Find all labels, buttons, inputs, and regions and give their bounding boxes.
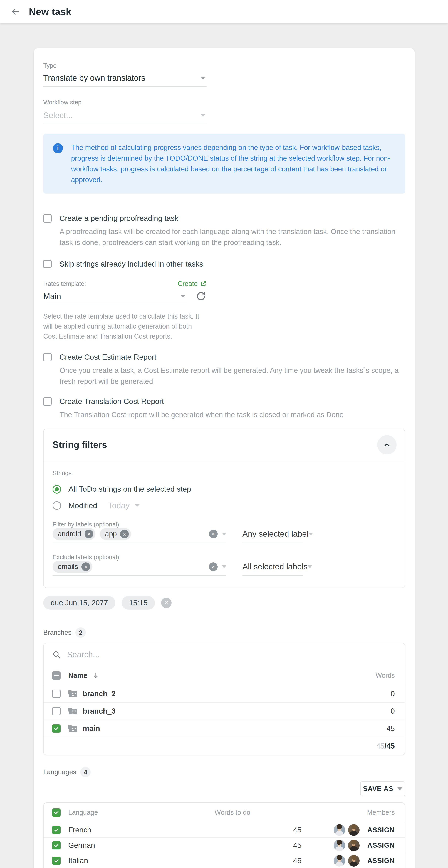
chevron-down-icon: [181, 295, 185, 298]
exclude-labels-field[interactable]: emails × ×: [53, 561, 226, 576]
branches-section-label: Branches 2: [43, 627, 405, 638]
branch-folder-icon: [68, 707, 77, 715]
checkbox-unchecked-icon: [43, 353, 52, 361]
radio-modified-label: Modified: [68, 501, 97, 510]
remove-due-icon[interactable]: ×: [161, 598, 171, 608]
skip-strings-checkbox[interactable]: Skip strings already included in other t…: [43, 260, 405, 269]
checkbox-unchecked-icon: [43, 214, 52, 222]
member-avatar[interactable]: [333, 840, 345, 851]
member-avatar[interactable]: [348, 855, 359, 867]
column-name[interactable]: Name: [68, 672, 88, 680]
string-filters-panel: String filters Strings All ToDo strings …: [43, 429, 405, 588]
string-filters-title: String filters: [53, 439, 107, 450]
exclude-labels-label: Exclude labels (optional): [53, 554, 396, 561]
languages-count-badge: 4: [80, 767, 91, 777]
refresh-icon[interactable]: [196, 291, 206, 302]
translation-cost-checkbox[interactable]: Create Translation Cost Report: [43, 397, 405, 406]
proofreading-checkbox[interactable]: Create a pending proofreading task: [43, 214, 405, 223]
language-row[interactable]: Italian 45 ASSIGN: [44, 853, 405, 868]
branch-folder-icon: [68, 724, 77, 733]
rates-template-select[interactable]: Main: [43, 288, 187, 305]
label-chip: android ×: [53, 528, 95, 540]
save-as-label: SAVE AS: [363, 785, 393, 793]
cost-estimate-hint: Once you create a task, a Cost Estimate …: [60, 365, 405, 387]
checkbox-unchecked-icon: [43, 397, 52, 406]
radio-all-todo-strings[interactable]: All ToDo strings on the selected step: [53, 485, 396, 494]
checkbox-checked-icon[interactable]: [52, 826, 61, 834]
language-row[interactable]: French 45 ASSIGN: [44, 823, 405, 838]
sort-descending-icon[interactable]: [92, 672, 99, 679]
radio-all-label: All ToDo strings on the selected step: [68, 485, 191, 494]
branch-row[interactable]: branch_3 0: [44, 703, 405, 720]
assign-button[interactable]: ASSIGN: [367, 841, 395, 849]
branch-folder-icon: [68, 689, 77, 698]
checkbox-unchecked-icon[interactable]: [52, 707, 61, 715]
remove-chip-icon[interactable]: ×: [82, 562, 90, 571]
save-as-button[interactable]: SAVE AS: [360, 781, 405, 796]
assign-button[interactable]: ASSIGN: [367, 857, 395, 865]
rates-template-label: Rates template:: [43, 280, 86, 287]
checkbox-checked-icon[interactable]: [52, 808, 61, 817]
type-select[interactable]: Translate by own translators: [43, 69, 206, 87]
language-row[interactable]: German 45 ASSIGN: [44, 838, 405, 853]
radio-modified[interactable]: Modified Today: [53, 501, 396, 510]
filter-labels-field[interactable]: android × app × ×: [53, 528, 226, 543]
type-field: Type Translate by own translators: [43, 62, 405, 87]
branches-search-input[interactable]: [67, 650, 363, 659]
filter-labels-group: Filter by labels (optional) android × ap…: [53, 521, 396, 543]
collapse-panel-button[interactable]: [377, 435, 396, 455]
cost-estimate-group: Create Cost Estimate Report Once you cre…: [43, 353, 405, 387]
branch-row[interactable]: main 45: [44, 720, 405, 737]
branches-search-row: [44, 643, 405, 666]
member-avatar[interactable]: [348, 824, 359, 836]
exclude-labels-mode-select[interactable]: All selected labels: [243, 562, 303, 576]
type-value: Translate by own translators: [43, 73, 145, 83]
clear-all-icon[interactable]: ×: [209, 530, 218, 538]
branch-row[interactable]: branch_2 0: [44, 685, 405, 703]
chevron-up-icon: [383, 441, 391, 449]
progress-info-banner: i The method of calculating progress var…: [43, 134, 405, 194]
language-words: 45: [172, 857, 301, 865]
member-avatar[interactable]: [348, 840, 359, 851]
info-icon: i: [53, 143, 63, 153]
cost-estimate-label: Create Cost Estimate Report: [59, 353, 156, 362]
remove-chip-icon[interactable]: ×: [85, 530, 93, 538]
exclude-labels-group: Exclude labels (optional) emails × ×: [53, 554, 396, 576]
checkbox-checked-icon[interactable]: [52, 724, 61, 733]
workflow-step-label: Workflow step: [43, 99, 405, 106]
label-chip: emails ×: [53, 561, 92, 573]
type-label: Type: [43, 62, 405, 69]
checkbox-checked-icon[interactable]: [52, 841, 61, 849]
create-rates-link[interactable]: Create: [178, 280, 206, 288]
external-link-icon: [200, 281, 206, 287]
modified-period-select[interactable]: Today: [108, 501, 139, 510]
checkbox-checked-icon[interactable]: [52, 857, 61, 865]
translation-cost-label: Create Translation Cost Report: [59, 397, 164, 406]
filter-labels-mode-select[interactable]: Any selected label: [243, 529, 303, 543]
workflow-step-select[interactable]: Select...: [43, 106, 206, 124]
new-task-form-card: Type Translate by own translators Workfl…: [34, 48, 415, 868]
chip-text: emails: [58, 563, 78, 571]
due-date-chip[interactable]: due Jun 15, 2077: [43, 596, 115, 610]
branch-name: branch_3: [83, 707, 116, 715]
clear-all-icon[interactable]: ×: [209, 562, 218, 571]
branch-words: 0: [391, 707, 395, 715]
checkbox-indeterminate-icon[interactable]: [52, 672, 61, 680]
strings-label: Strings: [53, 470, 396, 477]
remove-chip-icon[interactable]: ×: [120, 530, 129, 538]
radio-unselected-icon: [53, 501, 61, 510]
rates-template-hint: Select the rate template used to calcula…: [43, 311, 206, 341]
cost-estimate-checkbox[interactable]: Create Cost Estimate Report: [43, 353, 405, 362]
modified-period-value: Today: [108, 501, 130, 510]
rates-template-value: Main: [43, 292, 61, 301]
assign-button[interactable]: ASSIGN: [367, 826, 395, 834]
back-arrow-icon[interactable]: [10, 6, 22, 18]
filter-labels-mode-value: Any selected label: [243, 529, 309, 538]
due-time-chip[interactable]: 15:15: [122, 596, 155, 610]
checkbox-unchecked-icon[interactable]: [52, 689, 61, 698]
languages-table: Language Words to do Members French 45 A…: [43, 803, 405, 868]
member-avatar[interactable]: [333, 855, 345, 867]
branches-count-badge: 2: [75, 627, 86, 638]
member-avatar[interactable]: [333, 824, 345, 836]
due-date-row: due Jun 15, 2077 15:15 ×: [43, 596, 405, 610]
